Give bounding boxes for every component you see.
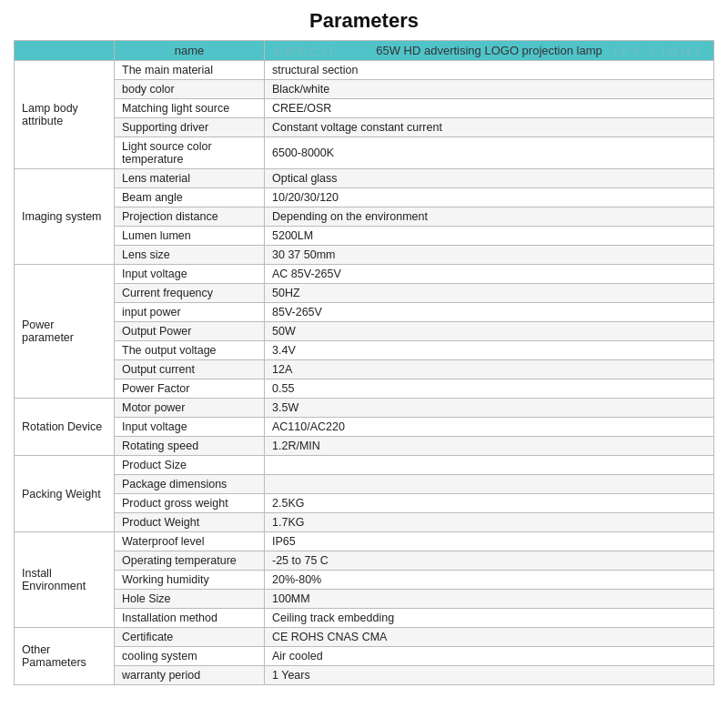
header-value-text: 65W HD advertising LOGO projection lamp [376, 44, 602, 57]
value-cell: Black/white [265, 80, 714, 99]
value-cell: 6500-8000K [265, 137, 714, 169]
value-cell: CE ROHS CNAS CMA [265, 628, 714, 647]
param-cell: Lens size [115, 246, 265, 265]
value-cell: 20%-80% [265, 571, 714, 590]
table-row: Matching light sourceCREE/OSR [15, 99, 714, 118]
value-cell: 85V-265V [265, 303, 714, 322]
param-cell: Certificate [115, 628, 265, 647]
watermark-light: IFY LIGHT [614, 43, 704, 58]
value-cell: Ceiling track embedding [265, 609, 714, 628]
category-cell: Install Environment [15, 532, 115, 628]
value-cell: 1 Years [265, 666, 714, 685]
table-row: warranty period1 Years [15, 666, 714, 685]
table-row: Power parameterInput voltageAC 85V-265V [15, 265, 714, 284]
table-row: Hole Size100MM [15, 590, 714, 609]
table-row: Projection distanceDepending on the envi… [15, 207, 714, 227]
value-cell: structural section [265, 61, 714, 80]
table-row: Lamp body attributeThe main materialstru… [15, 61, 714, 80]
table-row: Imaging systemLens materialOptical glass [15, 169, 714, 188]
table-row: Working humidity20%-80% [15, 571, 714, 590]
table-row: input power85V-265V [15, 303, 714, 322]
value-cell: IP65 [265, 532, 714, 551]
param-cell: Beam angle [115, 188, 265, 207]
param-cell: Output Power [115, 322, 265, 341]
table-row: Rotating speed1.2R/MIN [15, 437, 714, 456]
value-cell [265, 456, 714, 475]
table-row: Current frequency50HZ [15, 284, 714, 303]
header-value: 65W HD advertising LOGO projection lamp … [265, 41, 714, 61]
value-cell: 50W [265, 322, 714, 341]
category-cell: Power parameter [15, 265, 115, 399]
table-row: body colorBlack/white [15, 80, 714, 99]
value-cell: 1.2R/MIN [265, 437, 714, 456]
value-cell: Depending on the environment [265, 207, 714, 227]
value-cell: 3.5W [265, 399, 714, 418]
table-row: Power Factor0.55 [15, 379, 714, 399]
param-cell: input power [115, 303, 265, 322]
value-cell: CREE/OSR [265, 99, 714, 118]
table-row: Light source color temperature6500-8000K [15, 137, 714, 169]
table-row: Installation methodCeiling track embeddi… [15, 609, 714, 628]
param-cell: Product Weight [115, 513, 265, 532]
param-cell: body color [115, 80, 265, 99]
param-cell: Rotating speed [115, 437, 265, 456]
category-cell: Other Pamameters [15, 628, 115, 685]
param-cell: Light source color temperature [115, 137, 265, 169]
table-row: Install EnvironmentWaterproof levelIP65 [15, 532, 714, 551]
param-cell: The main material [115, 61, 265, 80]
category-cell: Packing Weight [15, 456, 115, 532]
category-cell: Imaging system [15, 169, 115, 265]
value-cell: 3.4V [265, 341, 714, 360]
param-cell: Waterproof level [115, 532, 265, 551]
table-row: Output current12A [15, 360, 714, 379]
value-cell: 2.5KG [265, 494, 714, 513]
value-cell: 30 37 50mm [265, 246, 714, 265]
table-row: Operating temperature-25 to 75 C [15, 551, 714, 571]
param-cell: Working humidity [115, 571, 265, 590]
param-cell: Product Size [115, 456, 265, 475]
table-row: Lens size30 37 50mm [15, 246, 714, 265]
param-cell: cooling system [115, 647, 265, 666]
table-row: Other PamametersCertificateCE ROHS CNAS … [15, 628, 714, 647]
value-cell: AC110/AC220 [265, 418, 714, 437]
table-row: Rotation DeviceMotor power3.5W [15, 399, 714, 418]
value-cell: 50HZ [265, 284, 714, 303]
table-row: Beam angle10/20/30/120 [15, 188, 714, 207]
category-cell: Lamp body attribute [15, 61, 115, 169]
table-row: Lumen lumen5200LM [15, 227, 714, 246]
param-cell: Current frequency [115, 284, 265, 303]
param-cell: Motor power [115, 399, 265, 418]
value-cell: Optical glass [265, 169, 714, 188]
parameters-table: name 65W HD advertising LOGO projection … [14, 40, 714, 685]
param-cell: The output voltage [115, 341, 265, 360]
value-cell: -25 to 75 C [265, 551, 714, 571]
page-title: Parameters [14, 9, 714, 33]
param-cell: Operating temperature [115, 551, 265, 571]
table-row: Product gross weight2.5KG [15, 494, 714, 513]
param-cell: Lens material [115, 169, 265, 188]
table-row: The output voltage3.4V [15, 341, 714, 360]
table-row: Package dimensions [15, 475, 714, 494]
param-cell: Package dimensions [115, 475, 265, 494]
param-cell: Input voltage [115, 265, 265, 284]
param-cell: Power Factor [115, 379, 265, 399]
param-cell: Matching light source [115, 99, 265, 118]
value-cell: 12A [265, 360, 714, 379]
category-cell: Rotation Device [15, 399, 115, 456]
table-row: Product Weight1.7KG [15, 513, 714, 532]
param-cell: Output current [115, 360, 265, 379]
param-cell: Input voltage [115, 418, 265, 437]
header-name: name [115, 41, 265, 61]
value-cell: AC 85V-265V [265, 265, 714, 284]
value-cell [265, 475, 714, 494]
table-header: name 65W HD advertising LOGO projection … [15, 41, 714, 61]
table-row: Supporting driverConstant voltage consta… [15, 118, 714, 137]
param-cell: Installation method [115, 609, 265, 628]
table-row: Input voltageAC110/AC220 [15, 418, 714, 437]
param-cell: Supporting driver [115, 118, 265, 137]
table-row: cooling systemAir cooled [15, 647, 714, 666]
header-category [15, 41, 115, 61]
param-cell: Hole Size [115, 590, 265, 609]
param-cell: Projection distance [115, 207, 265, 227]
watermark-specif: SPECIF [274, 43, 339, 58]
